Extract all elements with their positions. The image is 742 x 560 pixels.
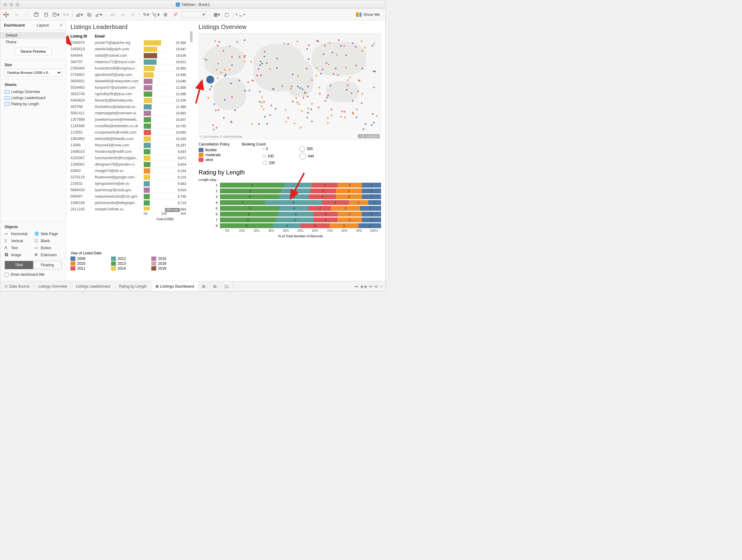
legend-item[interactable]: 2012 xyxy=(111,257,146,261)
rbl-row[interactable]: 854321 xyxy=(199,223,381,228)
rbl-panel[interactable]: Rating by Length Length (day.. 154321254… xyxy=(199,169,381,238)
tab-worksheet[interactable]: Rating by Length xyxy=(115,282,151,291)
tab-layout[interactable]: Layout⇵ xyxy=(33,20,66,30)
table-row[interactable]: 1289082 dkingham78@yandex.ru 9,654 xyxy=(70,161,193,168)
map-dot[interactable] xyxy=(223,117,224,119)
map-dot[interactable] xyxy=(335,68,336,69)
map-dot[interactable] xyxy=(331,115,332,116)
device-preview-button[interactable]: Device Preview xyxy=(15,48,52,55)
legend-item[interactable]: 2014 xyxy=(111,266,146,271)
rbl-row[interactable]: 654321 xyxy=(199,211,381,217)
table-row[interactable]: 3728802 glandrickd5@yelp.com 14,490 xyxy=(70,72,193,78)
map-dot[interactable] xyxy=(231,64,233,66)
new-story-tab[interactable]: ◫₊ xyxy=(221,282,233,291)
map-dot[interactable] xyxy=(269,68,271,69)
rbl-row[interactable]: 754321 xyxy=(199,217,381,223)
rbl-row[interactable]: 154321 xyxy=(199,182,381,188)
map-dot[interactable] xyxy=(322,69,323,70)
legend-item[interactable]: 2010 xyxy=(70,262,106,266)
map-dot[interactable] xyxy=(347,79,349,81)
rbl-row[interactable]: 354321 xyxy=(199,194,381,200)
table-row[interactable]: 219532 bpingstonemi@de.vu 9,063 xyxy=(70,180,193,187)
map-dot[interactable] xyxy=(301,110,303,112)
table-row[interactable]: 2350464 kroubottom6l@virginia.e.. 15,982 xyxy=(70,65,193,72)
map-dot[interactable] xyxy=(361,103,363,104)
map-dot[interactable] xyxy=(276,67,278,69)
map-dot[interactable] xyxy=(307,96,309,97)
map-dot[interactable] xyxy=(373,122,375,123)
map-dot[interactable] xyxy=(225,74,226,75)
show-me-button[interactable]: Show Me xyxy=(356,12,383,17)
table-row[interactable]: 1696015 hholdronip@rediff.com 9,833 xyxy=(70,149,193,155)
map-dot[interactable] xyxy=(209,89,211,90)
table-row[interactable]: 1488166 jaitcheson8a@telegraph.. 8,719 xyxy=(70,200,193,206)
table-row[interactable]: 4250367 lverchambrelh@hostgato.. 9,672 xyxy=(70,155,193,161)
legend-item[interactable]: 0 xyxy=(263,146,290,152)
legend-item[interactable]: 200 xyxy=(263,160,290,165)
map-dot[interactable] xyxy=(308,108,309,109)
object-image[interactable]: 🖼Image xyxy=(5,252,32,258)
save-button[interactable] xyxy=(32,11,41,18)
map-dot[interactable] xyxy=(212,124,214,126)
map-dot[interactable] xyxy=(220,72,222,73)
map-dot[interactable] xyxy=(306,48,308,50)
map-dot[interactable] xyxy=(318,107,319,108)
share-button[interactable]: ⚬⚊⚬ xyxy=(236,11,245,18)
object-web-page[interactable]: 🌐Web Page xyxy=(35,231,62,237)
show-title-checkbox[interactable]: Show dashboard title xyxy=(5,271,62,278)
map-dot[interactable] xyxy=(224,69,225,70)
table-row[interactable]: 5061411 mtalmadgelt@merriam-w.. 10,862 xyxy=(70,110,193,116)
map-dot[interactable] xyxy=(252,80,254,82)
size-dropdown[interactable]: Desktop Browser (1000 x 8... xyxy=(5,69,62,76)
prev-icon[interactable]: ◀ xyxy=(360,284,363,288)
legend-item[interactable]: flexible xyxy=(199,148,229,153)
table-row[interactable]: 1145590 vrussilllai@webeden.co.uk 10,782 xyxy=(70,123,193,129)
map-dot[interactable] xyxy=(306,117,308,118)
map-dot[interactable] xyxy=(285,109,286,111)
map-dot[interactable] xyxy=(214,103,215,105)
map-dot[interactable] xyxy=(285,121,287,123)
map-dot[interactable] xyxy=(319,93,321,95)
map-dot[interactable] xyxy=(308,45,310,46)
minimize-icon[interactable] xyxy=(9,3,13,6)
table-row[interactable]: 13068 lhiscoe43@xrea.com 10,297 xyxy=(70,142,193,149)
map-dot[interactable] xyxy=(234,110,236,111)
table-row[interactable]: 2459519 skeirle3t@patch.com 19,547 xyxy=(70,46,193,52)
highlight-button[interactable]: ✎▾ xyxy=(142,11,150,18)
map-dot[interactable] xyxy=(331,109,332,110)
legend-item[interactable]: 2019 xyxy=(151,266,187,271)
map-dot[interactable] xyxy=(365,123,366,125)
legend-item[interactable]: 2013 xyxy=(111,262,146,266)
next-icon[interactable]: ▶ xyxy=(365,284,367,288)
map-dot[interactable] xyxy=(295,97,297,99)
map-dot[interactable] xyxy=(229,46,230,47)
map-dot[interactable] xyxy=(308,58,309,60)
overview-panel[interactable]: Listings Overview © 2019 Mapbox © OpenSt… xyxy=(199,23,381,257)
map-dot[interactable] xyxy=(261,106,262,107)
map-dot[interactable] xyxy=(271,105,272,106)
maximize-icon[interactable] xyxy=(15,3,19,6)
map-dot[interactable] xyxy=(341,111,343,112)
map-dot[interactable] xyxy=(287,43,289,45)
map-dot[interactable] xyxy=(319,87,320,89)
map-dot[interactable] xyxy=(244,61,246,62)
device-phone[interactable]: Phone xyxy=(0,39,66,46)
table-row[interactable]: 384797 mbarniss72@tinyurl.com 18,812 xyxy=(70,59,193,65)
map-dot[interactable] xyxy=(327,122,329,124)
legend-item[interactable]: 2009 xyxy=(70,257,106,261)
presentation-button[interactable]: ▢ xyxy=(222,11,231,18)
floating-toggle[interactable]: Floating xyxy=(33,261,62,269)
table-row[interactable]: 53803 ineagle7d@de.vu 9,234 xyxy=(70,168,193,174)
map-dot[interactable] xyxy=(297,41,298,42)
map-dot[interactable] xyxy=(359,80,360,81)
leaderboard-panel[interactable]: Listings Leaderboard Listing ID Email 33… xyxy=(70,23,193,257)
map-dot[interactable] xyxy=(251,61,252,62)
map[interactable]: © 2019 Mapbox © OpenStreetMap >1K unknow… xyxy=(199,33,381,140)
map-dot[interactable] xyxy=(349,76,351,78)
map-dot[interactable] xyxy=(256,75,258,76)
map-dot[interactable] xyxy=(264,51,265,52)
refresh-button[interactable]: ⟲▾ xyxy=(61,11,70,18)
map-dot[interactable] xyxy=(294,123,295,124)
labels-button[interactable]: ⊞ xyxy=(161,11,170,18)
tab-dashboard-active[interactable]: ⊞Listings Dashboard xyxy=(151,281,199,291)
